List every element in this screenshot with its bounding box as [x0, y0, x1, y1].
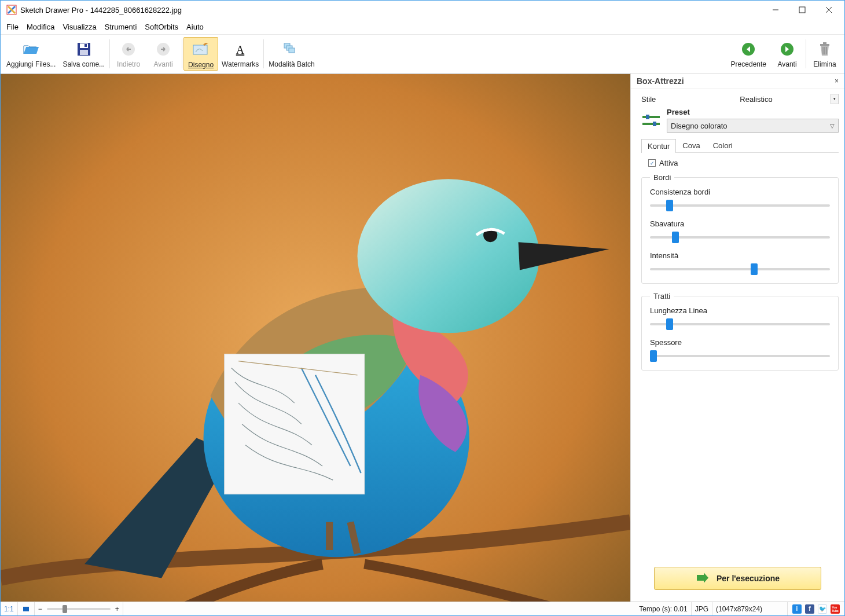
close-panel-button[interactable]: × — [831, 76, 842, 86]
window-title: Sketch Drawer Pro - 1442285_80661628222.… — [20, 6, 762, 14]
undo-button[interactable]: Indietro — [111, 37, 146, 71]
sketch-icon — [192, 40, 210, 60]
batch-mode-button[interactable]: Modalità Batch — [265, 37, 318, 71]
param-intensita-label: Intensità — [650, 251, 830, 260]
close-button[interactable] — [815, 1, 842, 19]
param-lunghezza-label: Lunghezza Linea — [650, 306, 830, 315]
statusbar: 1:1 − + Tempo (s): 0.01 JPG (1047x879x24… — [1, 602, 844, 615]
zoom-out-button[interactable]: − — [38, 605, 42, 613]
slider-sbavatura[interactable] — [650, 233, 830, 242]
preview-image — [1, 74, 630, 602]
main-area: Box-Attrezzi × Stile Realistico ▾ Preset… — [1, 74, 844, 602]
menu-modifica[interactable]: Modifica — [27, 23, 54, 31]
arrow-left-icon — [121, 39, 136, 59]
activate-label: Attiva — [659, 159, 678, 167]
slider-lunghezza[interactable] — [650, 320, 830, 329]
param-consistenza-label: Consistenza bordi — [650, 188, 830, 196]
status-format: JPG — [692, 602, 712, 615]
svg-rect-2 — [799, 7, 805, 13]
menu-visualizza[interactable]: Visualizza — [63, 23, 96, 31]
facebook-icon[interactable]: f — [805, 604, 814, 614]
next-image-button[interactable]: Avanti — [770, 37, 804, 71]
svg-rect-31 — [653, 122, 656, 126]
menu-softorbits[interactable]: SoftOrbits — [145, 23, 178, 31]
slider-intensita[interactable] — [650, 265, 830, 274]
preset-label: Preset — [667, 108, 839, 116]
play-icon — [696, 573, 708, 585]
menu-file[interactable]: File — [6, 23, 19, 31]
svg-rect-19 — [823, 42, 826, 44]
tab-kontur[interactable]: Kontur — [641, 139, 676, 153]
svg-rect-7 — [80, 50, 88, 55]
param-spessore-label: Spessore — [650, 338, 830, 347]
previous-image-button[interactable]: Precedente — [728, 37, 770, 71]
toolbar: Aggiungi Files... Salva come... Indietro… — [1, 34, 844, 74]
watermarks-button[interactable]: A Watermarks — [218, 37, 262, 71]
redo-button[interactable]: Avanti — [146, 37, 181, 71]
batch-icon — [283, 39, 300, 59]
tab-cova[interactable]: Cova — [676, 138, 706, 152]
zoom-slider-area: − + — [35, 602, 123, 615]
settings-tabs: Kontur Cova Colori — [641, 138, 839, 153]
svg-rect-15 — [289, 48, 295, 53]
status-time: Tempo (s): 0.01 — [635, 602, 691, 615]
preset-select[interactable]: Disegno colorato ▽ — [667, 119, 839, 133]
circle-left-icon — [741, 39, 756, 59]
delete-image-button[interactable]: Elimina — [807, 37, 842, 71]
save-as-button[interactable]: Salva come... — [59, 37, 108, 71]
param-sbavatura-label: Sbavatura — [650, 219, 830, 228]
menu-aiuto[interactable]: Aiuto — [186, 23, 204, 31]
maximize-button[interactable] — [789, 1, 815, 19]
chevron-down-icon: ▽ — [830, 123, 835, 129]
circle-right-icon — [780, 39, 795, 59]
info-icon[interactable]: i — [792, 604, 802, 614]
drawing-button[interactable]: Disegno — [183, 37, 218, 71]
trash-icon — [818, 39, 832, 59]
activate-checkbox[interactable]: ✓ — [648, 159, 656, 167]
sliders-icon — [641, 112, 661, 129]
save-icon — [76, 39, 91, 59]
toolbox-header: Box-Attrezzi × — [631, 74, 844, 89]
toolbox-panel: Box-Attrezzi × Stile Realistico ▾ Preset… — [630, 74, 844, 602]
svg-rect-27 — [225, 354, 365, 494]
tab-colori[interactable]: Colori — [707, 138, 739, 152]
titlebar: Sketch Drawer Pro - 1442285_80661628222.… — [1, 1, 844, 19]
group-bordi: Bordi Consistenza bordi Sbavatura Intens… — [641, 173, 839, 284]
youtube-icon[interactable]: YouTube — [831, 604, 840, 614]
image-canvas[interactable] — [1, 74, 630, 602]
svg-text:A: A — [236, 43, 245, 56]
toolbox-title: Box-Attrezzi — [637, 76, 684, 86]
style-dropdown-button[interactable]: ▾ — [831, 94, 839, 104]
text-icon: A — [233, 39, 248, 59]
zoom-in-button[interactable]: + — [115, 605, 119, 613]
minimize-button[interactable] — [762, 1, 789, 19]
slider-spessore[interactable] — [650, 351, 830, 361]
status-dimensions: (1047x879x24) — [712, 602, 788, 615]
style-value: Realistico — [682, 95, 831, 104]
style-label: Stile — [641, 95, 682, 104]
arrow-right-icon — [156, 39, 171, 59]
zoom-ratio[interactable]: 1:1 — [1, 602, 18, 615]
twitter-icon[interactable]: 🐦 — [818, 604, 827, 614]
app-icon — [6, 5, 17, 15]
svg-rect-32 — [23, 607, 29, 611]
add-files-button[interactable]: Aggiungi Files... — [3, 37, 59, 71]
group-tratti: Tratti Lunghezza Linea Spessore — [641, 292, 839, 371]
svg-rect-18 — [820, 44, 829, 46]
menu-strumenti[interactable]: Strumenti — [105, 23, 137, 31]
svg-rect-11 — [193, 45, 207, 54]
menubar: File Modifica Visualizza Strumenti SoftO… — [1, 19, 844, 34]
svg-rect-29 — [646, 115, 649, 119]
run-button[interactable]: Per l'esecuzione — [654, 567, 821, 590]
folder-open-icon — [23, 39, 40, 59]
svg-point-25 — [358, 179, 539, 333]
fit-screen-button[interactable] — [18, 602, 35, 615]
svg-rect-8 — [84, 44, 87, 47]
zoom-slider[interactable] — [47, 608, 111, 610]
slider-consistenza[interactable] — [650, 201, 830, 210]
